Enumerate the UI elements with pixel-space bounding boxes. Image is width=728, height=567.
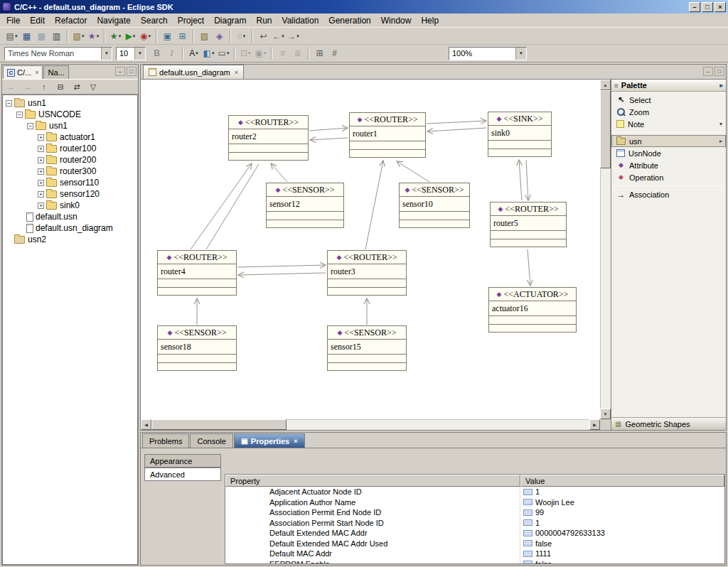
expand-icon[interactable]: + bbox=[38, 168, 44, 175]
diagram-node-sensor15[interactable]: ◆<<SENSOR>>sensor15 bbox=[327, 325, 407, 371]
table-row[interactable]: Association Permit End Node ID99 bbox=[225, 507, 724, 518]
toolbar-search-button[interactable]: ◌▾ bbox=[234, 29, 249, 43]
close-icon[interactable]: × bbox=[235, 69, 238, 76]
palette-tool-association[interactable]: →Association bbox=[611, 188, 726, 200]
toolbar-new-diagram-button[interactable]: ▣ bbox=[160, 29, 175, 43]
table-row[interactable]: Default Extended MAC Addr000000479263313… bbox=[225, 528, 724, 539]
subtab-advanced[interactable]: Advanced bbox=[144, 468, 221, 481]
menu-diagram[interactable]: Diagram bbox=[209, 14, 251, 27]
menu-file[interactable]: File bbox=[1, 14, 25, 27]
tree-item-sink0[interactable]: +sink0 bbox=[3, 200, 137, 211]
minimize-view-button[interactable]: – bbox=[703, 67, 713, 76]
tree-item-sensor120[interactable]: +sensor120 bbox=[3, 188, 137, 200]
palette-tool-operation[interactable]: ◆Operation bbox=[611, 171, 726, 183]
menu-run[interactable]: Run bbox=[252, 14, 277, 27]
value-column-header[interactable]: Value bbox=[520, 475, 724, 487]
toolbar-diagram-table-button[interactable]: ⊞ bbox=[175, 29, 190, 43]
format-font-color-button[interactable]: A▾ bbox=[186, 46, 201, 60]
palette-tool-note[interactable]: Note▾ bbox=[611, 118, 726, 130]
chevron-down-icon[interactable]: ▼ bbox=[515, 48, 526, 60]
menu-help[interactable]: Help bbox=[416, 14, 444, 27]
diagram-node-sensor18[interactable]: ◆<<SENSOR>>sensor18 bbox=[157, 325, 237, 371]
tree-item-router100[interactable]: +router100 bbox=[3, 143, 137, 154]
menu-window[interactable]: Window bbox=[376, 14, 417, 27]
drawer-geometric-shapes[interactable]: ▦ Geometric Shapes bbox=[611, 417, 726, 430]
expand-icon[interactable]: + bbox=[38, 157, 44, 163]
tab-console[interactable]: Console bbox=[190, 433, 232, 448]
tab-default-usn-diagram[interactable]: default.usn_diagram × bbox=[143, 65, 244, 79]
vertical-scroll-thumb[interactable] bbox=[600, 90, 611, 168]
link-editor-button[interactable]: ⇄ bbox=[70, 80, 84, 93]
toolbar-run-button[interactable]: ▶▾ bbox=[123, 29, 138, 43]
menu-edit[interactable]: Edit bbox=[25, 14, 50, 27]
toolbar-debug-button[interactable]: ★▾ bbox=[108, 29, 123, 43]
table-row[interactable]: EEPROM Enablefalse bbox=[225, 559, 724, 565]
close-window-button[interactable]: × bbox=[714, 2, 726, 12]
collapse-icon[interactable]: − bbox=[6, 100, 12, 107]
expand-icon[interactable]: + bbox=[38, 202, 44, 209]
flyout-icon[interactable]: ▸ bbox=[719, 82, 723, 89]
diagram-node-sensor12[interactable]: ◆<<SENSOR>>sensor12 bbox=[266, 183, 344, 228]
scroll-up-icon[interactable]: ▲ bbox=[600, 80, 611, 90]
tree-item-default-usn-diagram[interactable]: default.usn_diagram bbox=[3, 222, 137, 234]
toolbar-back-button[interactable]: ←▾ bbox=[271, 29, 286, 43]
table-row[interactable]: Application Author NameWoojin Lee bbox=[225, 497, 724, 508]
toolbar-new-wizard-button[interactable]: ▤▾ bbox=[4, 29, 19, 43]
toolbar-open-wizard-button[interactable]: ★▾ bbox=[86, 29, 101, 43]
view-menu-button[interactable]: ▽ bbox=[86, 80, 100, 93]
diagram-node-router2[interactable]: ◆<<ROUTER>>router2 bbox=[228, 115, 309, 161]
scroll-left-icon[interactable]: ◀ bbox=[141, 419, 151, 430]
format-snap-button[interactable]: # bbox=[327, 46, 342, 60]
tree-item-usn1[interactable]: −usn1 bbox=[3, 120, 137, 131]
expand-icon[interactable]: + bbox=[38, 134, 44, 141]
vertical-scrollbar[interactable]: ▲ ▼ bbox=[600, 80, 611, 419]
palette-tool-zoom[interactable]: Zoom bbox=[611, 106, 726, 118]
maximize-window-button[interactable]: □ bbox=[702, 2, 713, 12]
toolbar-validation-button[interactable]: ◈ bbox=[212, 29, 227, 43]
tab-c[interactable]: CC/...× bbox=[3, 65, 43, 79]
diagram-node-sink0[interactable]: ◆<<SINK>>sink0 bbox=[488, 112, 552, 157]
palette-header[interactable]: ≡ Palette ▸ bbox=[611, 80, 726, 92]
menu-validation[interactable]: Validation bbox=[277, 14, 324, 27]
tree-item-default-usn[interactable]: default.usn bbox=[3, 211, 137, 222]
expand-icon[interactable]: + bbox=[38, 146, 44, 152]
collapse-icon[interactable]: − bbox=[27, 123, 33, 129]
toolbar-last-edit-location-button[interactable]: ↩ bbox=[256, 29, 271, 43]
minimize-view-button[interactable]: – bbox=[115, 67, 125, 76]
menu-refactor[interactable]: Refactor bbox=[50, 14, 92, 27]
diagram-node-sensor10[interactable]: ◆<<SENSOR>>sensor10 bbox=[399, 183, 470, 228]
subtab-appearance[interactable]: Appearance bbox=[144, 454, 221, 468]
font-size-combo[interactable]: 10 ▼ bbox=[116, 47, 146, 60]
chevron-down-icon[interactable]: ▼ bbox=[134, 48, 145, 60]
font-family-combo[interactable]: Times New Roman ▼ bbox=[4, 47, 112, 60]
up-button[interactable]: ↑ bbox=[37, 80, 51, 93]
tree-item-usncode[interactable]: −USNCODE bbox=[3, 109, 137, 120]
table-row[interactable]: Default MAC Addr1111 bbox=[225, 549, 724, 559]
tree-item-sensor110[interactable]: +sensor110 bbox=[3, 177, 137, 188]
tree-item-actuator1[interactable]: +actuator1 bbox=[3, 131, 137, 143]
toolbar-print-button[interactable]: ▥ bbox=[49, 29, 64, 43]
format-line-color-button[interactable]: ▭▾ bbox=[216, 46, 231, 60]
table-row[interactable]: Default Extended MAC Addr Usedfalse bbox=[225, 539, 724, 549]
menu-search[interactable]: Search bbox=[136, 14, 173, 27]
collapse-all-button[interactable]: ⊟ bbox=[53, 80, 68, 93]
maximize-view-button[interactable]: □ bbox=[714, 67, 724, 76]
expand-icon[interactable]: + bbox=[38, 180, 44, 186]
diagram-node-router4[interactable]: ◆<<ROUTER>>router4 bbox=[157, 250, 237, 296]
tree-item-router300[interactable]: +router300 bbox=[3, 166, 137, 177]
palette-tool-usn[interactable]: usn▸ bbox=[611, 135, 726, 147]
tab-problems[interactable]: Problems bbox=[142, 433, 189, 448]
tab-na[interactable]: Na... bbox=[43, 65, 68, 79]
collapse-icon[interactable]: − bbox=[16, 112, 23, 118]
tab-properties[interactable]: Properties× bbox=[234, 433, 305, 448]
horizontal-scrollbar[interactable]: ◀ ▶ bbox=[141, 419, 600, 430]
minimize-window-button[interactable]: – bbox=[689, 2, 700, 12]
tree-item-usn1[interactable]: −usn1 bbox=[3, 97, 137, 109]
close-icon[interactable]: × bbox=[35, 69, 38, 76]
table-row[interactable]: Association Permit Start Node ID1 bbox=[225, 518, 724, 529]
tree-item-usn2[interactable]: usn2 bbox=[3, 234, 137, 245]
horizontal-scroll-thumb[interactable] bbox=[151, 419, 287, 430]
palette-tool-select[interactable]: ↖Select bbox=[611, 94, 726, 106]
palette-tool-attribute[interactable]: ◆Attribute bbox=[611, 159, 726, 171]
toolbar-forward-button[interactable]: →▾ bbox=[286, 29, 301, 43]
